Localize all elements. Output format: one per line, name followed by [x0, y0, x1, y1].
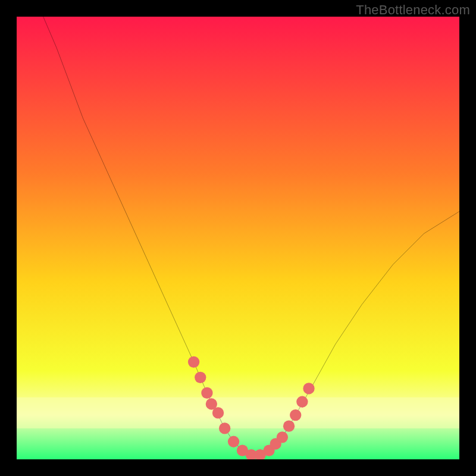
- chart-svg: [17, 17, 459, 459]
- highlight-dot: [228, 436, 239, 447]
- highlight-dot: [201, 387, 212, 399]
- light-band: [17, 397, 459, 428]
- highlight-dot: [296, 396, 308, 408]
- highlight-dot: [303, 383, 314, 394]
- highlight-dot: [290, 409, 301, 421]
- chart-frame: TheBottleneck.com: [0, 0, 476, 476]
- highlight-dot: [212, 407, 224, 418]
- highlight-dot: [195, 372, 206, 383]
- highlight-dot: [277, 431, 288, 443]
- highlight-dot: [219, 422, 230, 434]
- highlight-dot: [188, 356, 199, 368]
- highlight-dot: [283, 421, 295, 432]
- plot-area: [17, 17, 459, 459]
- gradient-background: [17, 17, 459, 459]
- watermark-text: TheBottleneck.com: [356, 2, 470, 18]
